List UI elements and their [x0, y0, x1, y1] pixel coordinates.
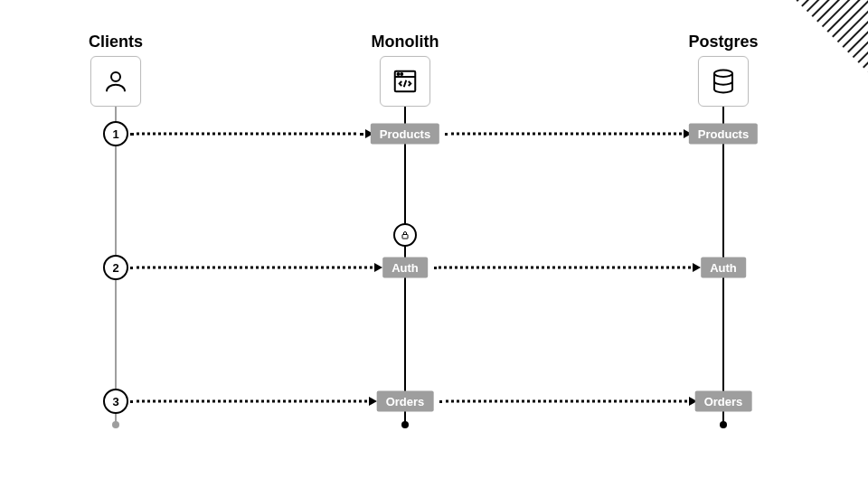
actor-title-clients: Clients	[89, 33, 143, 52]
svg-point-3	[111, 72, 120, 81]
tag-monolith-orders: Orders	[377, 391, 434, 412]
arrow-3-monolith-postgres	[439, 400, 687, 403]
arrow-2-clients-monolith	[130, 267, 373, 269]
actor-title-monolith: Monolith	[372, 33, 439, 52]
svg-rect-10	[402, 235, 408, 239]
svg-point-9	[714, 70, 732, 78]
arrow-head-2a	[374, 263, 382, 272]
user-icon	[102, 68, 129, 95]
step-badge-1: 1	[103, 121, 128, 146]
arrow-2-monolith-postgres	[434, 267, 691, 269]
step-badge-3: 3	[103, 389, 128, 414]
lifeline-end-monolith	[401, 421, 409, 428]
actor-box-clients	[90, 56, 141, 107]
svg-point-6	[398, 73, 400, 75]
step-badge-2: 2	[103, 255, 128, 280]
actor-box-postgres	[698, 56, 749, 107]
lock-badge	[393, 223, 417, 247]
svg-line-8	[404, 80, 407, 88]
tag-monolith-products: Products	[371, 124, 439, 145]
lifeline-end-postgres	[720, 421, 727, 428]
lock-icon	[400, 230, 410, 240]
lifeline-end-clients	[112, 421, 119, 428]
arrow-head-3a	[369, 397, 377, 406]
tag-monolith-auth: Auth	[382, 258, 428, 278]
actor-title-postgres: Postgres	[688, 33, 758, 52]
tag-postgres-orders: Orders	[695, 391, 752, 412]
arrow-3-clients-monolith	[130, 400, 367, 403]
application-icon	[392, 68, 419, 95]
svg-point-7	[401, 73, 402, 75]
tag-postgres-products: Products	[689, 124, 758, 145]
database-icon	[710, 68, 737, 95]
tag-postgres-auth: Auth	[701, 258, 746, 278]
arrow-1-monolith-postgres	[445, 133, 682, 136]
arrow-head-2b	[693, 263, 701, 272]
actor-box-monolith	[380, 56, 430, 107]
arrow-1-clients-monolith	[130, 133, 363, 136]
